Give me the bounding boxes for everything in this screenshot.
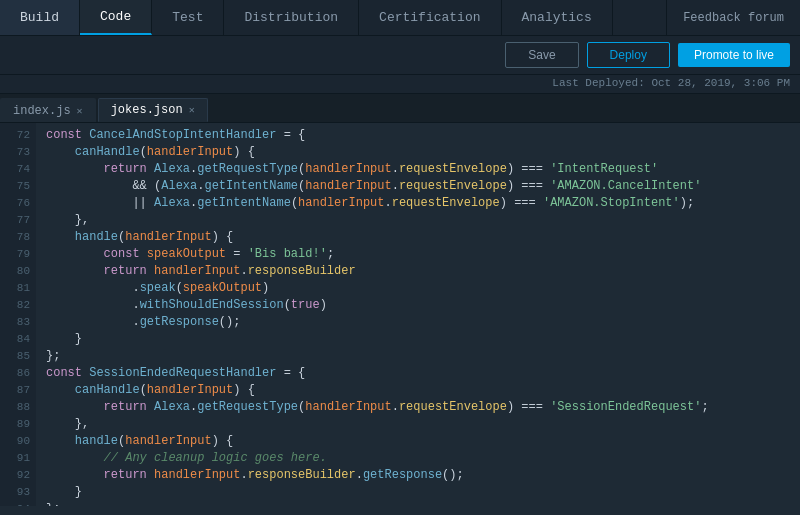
nav-tab-code[interactable]: Code (80, 0, 152, 35)
top-nav: Build Code Test Distribution Certificati… (0, 0, 800, 36)
file-tab-jokes-close[interactable]: ✕ (189, 104, 195, 116)
file-tab-index[interactable]: index.js ✕ (0, 98, 96, 122)
nav-tab-test[interactable]: Test (152, 0, 224, 35)
deploy-status-text: Last Deployed: Oct 28, 2019, 3:06 PM (552, 77, 790, 89)
nav-tab-distribution[interactable]: Distribution (224, 0, 359, 35)
file-tab-index-label: index.js (13, 104, 71, 118)
file-tab-index-close[interactable]: ✕ (77, 105, 83, 117)
deploy-status-bar: Last Deployed: Oct 28, 2019, 3:06 PM (0, 75, 800, 94)
feedback-button[interactable]: Feedback forum (666, 0, 800, 35)
nav-tab-certification[interactable]: Certification (359, 0, 501, 35)
file-tab-jokes-label: jokes.json (111, 103, 183, 117)
action-bar: Save Deploy Promote to live (0, 36, 800, 75)
nav-tab-analytics[interactable]: Analytics (502, 0, 613, 35)
code-editor: 7273747576 7778798081 8283848586 8788899… (0, 123, 800, 506)
promote-button[interactable]: Promote to live (678, 43, 790, 67)
line-numbers: 7273747576 7778798081 8283848586 8788899… (0, 123, 36, 506)
deploy-button[interactable]: Deploy (587, 42, 670, 68)
file-tabs: index.js ✕ jokes.json ✕ (0, 94, 800, 123)
nav-tab-build[interactable]: Build (0, 0, 80, 35)
code-content[interactable]: const CancelAndStopIntentHandler = { can… (36, 123, 800, 506)
file-tab-jokes[interactable]: jokes.json ✕ (98, 98, 208, 122)
save-button[interactable]: Save (505, 42, 578, 68)
